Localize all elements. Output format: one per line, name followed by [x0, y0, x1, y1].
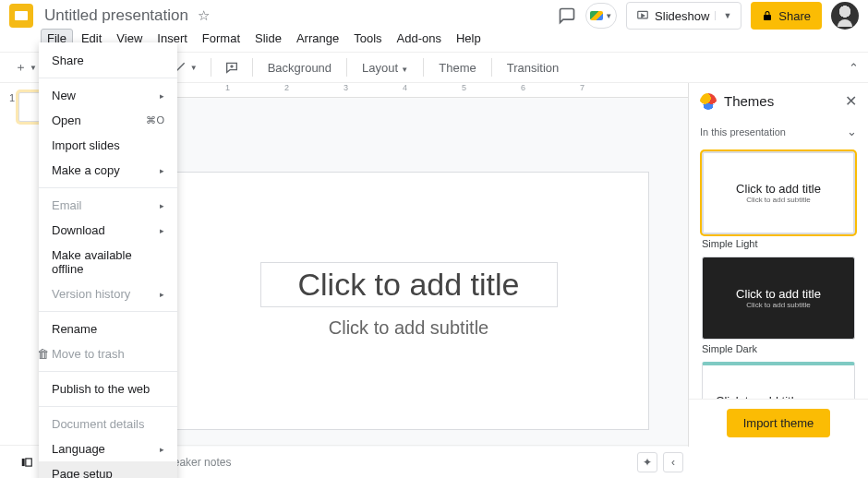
- menu-arrange[interactable]: Arrange: [290, 29, 345, 48]
- menu-item-document-details: Document details: [39, 412, 177, 436]
- submenu-arrow-icon: ▸: [160, 445, 164, 454]
- menu-item-share[interactable]: Share: [39, 48, 177, 73]
- slideshow-label: Slideshow: [655, 9, 709, 23]
- show-side-panel-button[interactable]: ‹: [663, 452, 683, 472]
- theme-name: Simple Dark: [702, 343, 855, 354]
- background-button[interactable]: Background: [260, 57, 339, 78]
- document-title[interactable]: Untitled presentation: [44, 6, 188, 25]
- submenu-arrow-icon: ▸: [160, 166, 164, 175]
- theme-preview[interactable]: Click to add titleClick to add subtitle: [702, 362, 855, 399]
- filmstrip-view-button[interactable]: [18, 456, 35, 469]
- ruler: 1234567: [129, 83, 688, 98]
- slide-number: 1: [9, 92, 15, 122]
- menu-item-make-a-copy[interactable]: Make a copy▸: [39, 158, 177, 183]
- themes-panel: Themes ✕ In this presentation ⌄ Click to…: [688, 83, 868, 447]
- account-avatar[interactable]: [831, 2, 859, 30]
- menu-item-language[interactable]: Language▸: [39, 436, 177, 461]
- explore-button[interactable]: ✦: [637, 452, 657, 472]
- menu-item-import-slides[interactable]: Import slides: [39, 133, 177, 158]
- menu-tools[interactable]: Tools: [347, 29, 388, 48]
- new-slide-button[interactable]: ＋▼: [9, 55, 42, 79]
- share-button[interactable]: Share: [751, 2, 822, 30]
- chevron-down-icon[interactable]: ⌄: [847, 125, 857, 138]
- menu-item-version-history: Version history▸: [39, 281, 177, 306]
- slideshow-caret-icon[interactable]: ▼: [715, 11, 731, 20]
- slides-logo[interactable]: [9, 4, 33, 28]
- theme-preview[interactable]: Click to add titleClick to add subtitle: [702, 151, 855, 234]
- svg-rect-6: [22, 458, 25, 465]
- menu-slide[interactable]: Slide: [248, 29, 288, 48]
- close-icon[interactable]: ✕: [845, 92, 857, 110]
- themes-section-label: In this presentation: [700, 126, 786, 137]
- menu-item-new[interactable]: New▸: [39, 83, 177, 108]
- share-label: Share: [778, 9, 811, 23]
- svg-rect-7: [26, 458, 31, 465]
- menu-format[interactable]: Format: [196, 29, 247, 48]
- theme-button[interactable]: Theme: [431, 57, 483, 78]
- menu-add-ons[interactable]: Add-ons: [391, 29, 448, 48]
- file-menu-dropdown: ShareNew▸Open⌘OImport slidesMake a copy▸…: [39, 42, 177, 478]
- submenu-arrow-icon: ▸: [160, 201, 164, 210]
- menu-item-email: Email▸: [39, 193, 177, 218]
- import-theme-button[interactable]: Import theme: [727, 409, 831, 437]
- slide[interactable]: Click to add title Click to add subtitle: [169, 172, 649, 430]
- theme-preview[interactable]: Click to add titleClick to add subtitle: [702, 257, 855, 340]
- themes-title: Themes: [724, 93, 838, 109]
- submenu-arrow-icon: ▸: [160, 290, 164, 299]
- transition-button[interactable]: Transition: [500, 57, 567, 78]
- layout-button[interactable]: Layout ▼: [355, 57, 416, 78]
- submenu-arrow-icon: ▸: [160, 91, 164, 101]
- trash-icon: 🗑: [37, 347, 50, 361]
- canvas: 1234567 Click to add title Click to add …: [129, 83, 688, 447]
- menu-item-make-available-offline[interactable]: Make available offline: [39, 243, 177, 281]
- slide-title-placeholder[interactable]: Click to add title: [260, 262, 558, 307]
- menu-item-open[interactable]: Open⌘O: [39, 108, 177, 133]
- comments-icon[interactable]: [558, 6, 576, 25]
- slide-subtitle-placeholder[interactable]: Click to add subtitle: [328, 317, 489, 340]
- menu-item-publish-to-the-web[interactable]: Publish to the web: [39, 376, 177, 401]
- speaker-notes[interactable]: Click to add speaker notes: [89, 448, 688, 476]
- menu-item-download[interactable]: Download▸: [39, 218, 177, 243]
- menu-item-move-to-trash: 🗑Move to trash: [39, 341, 177, 366]
- theme-name: Simple Light: [702, 238, 855, 249]
- menu-item-rename[interactable]: Rename: [39, 317, 177, 341]
- submenu-arrow-icon: ▸: [160, 226, 164, 235]
- menu-item-page-setup[interactable]: Page setup: [39, 461, 177, 478]
- collapse-toolbar-icon[interactable]: ⌃: [849, 61, 859, 75]
- slideshow-button[interactable]: Slideshow ▼: [626, 2, 741, 30]
- star-icon[interactable]: ☆: [198, 7, 210, 24]
- themes-icon: [700, 93, 717, 110]
- shortcut-label: ⌘O: [146, 114, 164, 126]
- menu-help[interactable]: Help: [450, 29, 488, 48]
- comment-tool[interactable]: [219, 56, 245, 78]
- meet-button[interactable]: ▼: [585, 3, 617, 29]
